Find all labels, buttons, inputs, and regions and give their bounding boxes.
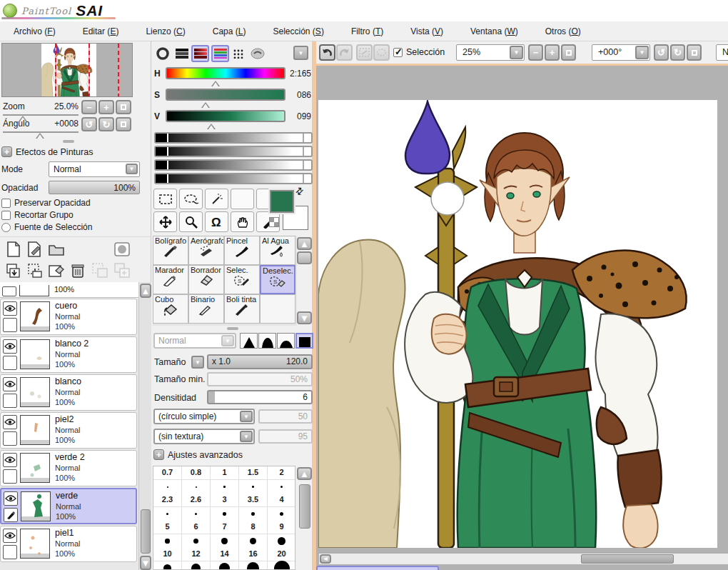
custom-slider-1[interactable] — [154, 132, 313, 144]
brush-size-dot-8[interactable] — [239, 534, 268, 548]
rotate-view-tool[interactable]: Ω — [205, 211, 228, 232]
layer-thumbnail[interactable] — [20, 377, 50, 407]
zoom-slider-row[interactable]: Zoom 25.0% — [3, 100, 79, 116]
tool-deselec[interactable]: Deselec.S — [260, 265, 295, 294]
layer-thumbnail[interactable] — [20, 339, 50, 369]
layer-visible-eye-icon[interactable] — [3, 377, 17, 391]
layer-checkbox[interactable] — [3, 318, 17, 332]
brush-size-4[interactable]: 4 — [268, 494, 295, 507]
menu-seleccion[interactable]: Selección (S) — [259, 26, 337, 36]
chevron-down-icon[interactable]: ▼ — [240, 411, 253, 422]
layer-row-blanco-2[interactable]: blanco 2Normal100% — [0, 336, 137, 373]
value-slider[interactable] — [166, 110, 285, 122]
brush-edge-softer-button[interactable] — [277, 333, 295, 349]
scroll-up-icon[interactable]: ▲ — [297, 467, 312, 480]
clear-layer-icon[interactable] — [47, 261, 66, 280]
hand-tool[interactable] — [231, 211, 254, 232]
rotate-reset-button[interactable] — [116, 117, 131, 131]
tool-selec[interactable]: Selec.S — [224, 265, 260, 294]
layer-visible-eye-icon[interactable] — [3, 301, 17, 316]
value-slider-thumb[interactable] — [207, 124, 216, 129]
scroll-page-icon[interactable] — [297, 251, 312, 264]
layer-row-partial[interactable]: 100% — [0, 282, 138, 298]
saturation-slider-thumb[interactable] — [201, 102, 210, 108]
saturation-slider[interactable] — [166, 89, 285, 101]
advanced-settings-header[interactable]: + Ajustes avanzados — [153, 449, 243, 460]
brush-shape-strength[interactable]: 50 — [258, 409, 313, 424]
angle-slider-row[interactable]: Ángulo +0008 — [3, 117, 79, 133]
brush-size-dot-16[interactable] — [239, 561, 268, 570]
tool-pincel[interactable]: Pincel — [224, 236, 260, 265]
tool-cubo[interactable]: Cubo — [153, 294, 188, 324]
brush-size-2.3[interactable]: 2.3 — [153, 494, 182, 507]
transform-selection-button[interactable] — [356, 44, 373, 61]
menu-filtro[interactable]: Filtro (T) — [338, 26, 397, 36]
layer-scrollbar-thumb[interactable] — [141, 509, 151, 554]
menu-vista[interactable]: Vista (V) — [397, 26, 457, 36]
swap-colors-icon[interactable]: ⇄ — [293, 184, 305, 197]
zoom-reset-button[interactable] — [561, 44, 576, 61]
color-panel-menu-button[interactable]: ▼ — [293, 46, 308, 60]
brush-texture-strength[interactable]: 95 — [258, 429, 313, 444]
brush-size-5[interactable]: 5 — [153, 521, 182, 534]
zoom-in-button[interactable]: + — [98, 100, 114, 114]
tool-bolitinta[interactable]: Boli tinta — [224, 294, 260, 324]
brush-size-3.5[interactable]: 3.5 — [239, 494, 268, 507]
layer-checkbox[interactable] — [3, 469, 17, 484]
magic-wand-tool[interactable] — [205, 189, 228, 209]
brush-size-0.7[interactable]: 0.7 — [153, 466, 182, 480]
new-vector-layer-icon[interactable] — [26, 240, 44, 259]
tool-grid-scrollbar[interactable]: ▲ ▼ — [297, 236, 314, 326]
size-scrollbar-thumb[interactable] — [299, 484, 310, 529]
layer-row-verde-2[interactable]: verde 2Normal100% — [0, 450, 137, 486]
canvas[interactable] — [318, 100, 717, 548]
layer-visible-eye-icon[interactable] — [4, 491, 18, 506]
chevron-down-icon[interactable]: ▼ — [635, 46, 649, 59]
rotate-ccw-button[interactable]: ↺ — [654, 44, 669, 61]
brush-size-0.8[interactable]: 0.8 — [182, 466, 211, 480]
brush-size-1[interactable]: 1 — [211, 466, 239, 480]
brush-size-dot-7[interactable] — [211, 534, 239, 548]
brush-size-20[interactable]: 20 — [268, 548, 295, 561]
redo-button[interactable] — [336, 44, 353, 61]
merge-copy-icon[interactable] — [26, 261, 44, 280]
layer-mask-icon[interactable] — [113, 240, 131, 259]
custom-slider-3[interactable] — [154, 159, 313, 171]
zoom-out-button[interactable]: − — [81, 100, 97, 114]
hscrollbar-thumb[interactable] — [581, 554, 674, 564]
layer-row-cuero[interactable]: cueroNormal100% — [0, 299, 137, 335]
opacity-slider[interactable]: 100% — [49, 181, 140, 194]
chevron-down-icon[interactable]: ▼ — [240, 431, 253, 442]
brush-edge-soft-button[interactable] — [258, 333, 276, 349]
scroll-up-icon[interactable]: ▲ — [140, 284, 151, 298]
lasso-tool[interactable] — [179, 189, 203, 209]
canvas-horizontal-scrollbar[interactable]: ◄ — [318, 553, 728, 565]
size-grid-scrollbar[interactable]: ▲ — [297, 466, 314, 570]
density-slider[interactable]: 6 — [207, 390, 313, 404]
brush-size-dot-5[interactable] — [153, 534, 182, 548]
selection-source-row[interactable]: Fuente de Selección — [1, 222, 92, 232]
swatches-grid-icon[interactable] — [230, 45, 248, 62]
rotate-cw-button[interactable]: ↻ — [98, 117, 114, 131]
brush-size-dot-9[interactable] — [268, 534, 295, 548]
transparency-swatch-icon[interactable] — [269, 217, 279, 227]
brush-size-dot-10[interactable] — [153, 561, 182, 570]
brush-size-dot-0.8[interactable] — [182, 480, 211, 494]
angle-slider-thumb[interactable] — [36, 133, 44, 139]
layer-thumbnail[interactable] — [20, 453, 50, 483]
expand-plus-icon[interactable]: + — [1, 146, 12, 157]
paper-quality-dropdown[interactable]: No — [716, 44, 728, 61]
foreground-color-swatch[interactable] — [270, 190, 294, 213]
brush-size-12[interactable]: 12 — [182, 548, 211, 561]
scroll-down-icon[interactable]: ▼ — [140, 556, 151, 570]
merge-down-icon[interactable] — [4, 261, 23, 280]
zoom-in-button[interactable]: + — [545, 44, 560, 61]
brush-size-dot-14[interactable] — [211, 561, 239, 570]
paint-effects-header[interactable]: + Efectos de Pinturas — [1, 146, 93, 157]
brush-edge-square-button[interactable] — [295, 333, 313, 349]
brush-size-3[interactable]: 3 — [211, 494, 239, 507]
brush-size-dot-20[interactable] — [268, 561, 295, 570]
layer-visible-eye-icon[interactable] — [3, 453, 17, 467]
brush-size-dot-1.5[interactable] — [239, 480, 268, 494]
brush-size-dot-1[interactable] — [211, 480, 239, 494]
